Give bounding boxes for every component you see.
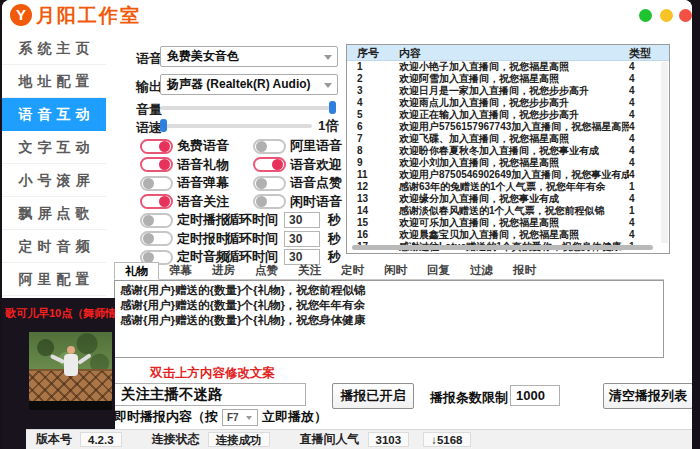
status-bar: 版本号 4.2.3 连接状态 连接成功 直播间人气 3103 ↓5168 bbox=[26, 429, 692, 449]
sidebar-item[interactable]: 小号滚屏 bbox=[2, 164, 106, 197]
tab-item[interactable]: 定时 bbox=[331, 262, 374, 279]
table-row[interactable]: 6 欢迎用户5756157967743加入直播间，祝您福星高照 4 bbox=[347, 121, 669, 133]
app-window: Y 月阳工作室 系统主页 地址配置 语音互动 文字互动 小号滚屏 飘屏点歌 定时… bbox=[2, 0, 692, 449]
popularity-label: 直播间人气 bbox=[300, 431, 360, 448]
table-row[interactable]: 1 欢迎小艳子加入直播间，祝您福星高照 4 bbox=[347, 61, 669, 73]
broadcast-table[interactable]: 序号 内容 类型 1 欢迎小艳子加入直播间，祝您福星高照 4 2 欢迎阿雪加入直… bbox=[346, 44, 670, 254]
title-bar[interactable]: Y 月阳工作室 bbox=[2, 0, 692, 30]
header-no: 序号 bbox=[347, 45, 389, 60]
speed-value: 1倍 bbox=[318, 117, 339, 135]
toggle-switch[interactable] bbox=[140, 231, 173, 246]
table-vertical-scrollbar[interactable] bbox=[661, 62, 668, 243]
table-row[interactable]: 15 欢迎可乐加入直播间，祝您福星高照 4 bbox=[347, 217, 669, 229]
cell-no: 6 bbox=[347, 121, 389, 133]
table-row[interactable]: 2 欢迎阿雪加入直播间，祝您福星高照 4 bbox=[347, 73, 669, 85]
toggle-column-left: 免费语音 语音礼物 语音弹幕 语音关注 bbox=[140, 137, 229, 267]
thumbnail-bottom-bar bbox=[29, 401, 112, 410]
sidebar-item[interactable]: 文字互动 bbox=[2, 131, 106, 164]
sidebar-item[interactable]: 飘屏点歌 bbox=[2, 197, 106, 230]
sidebar-item[interactable]: 地址配置 bbox=[2, 65, 106, 98]
toggle-knob bbox=[256, 178, 267, 189]
table-row[interactable]: 4 欢迎雨点儿加入直播间，祝您步步高升 4 bbox=[347, 97, 669, 109]
table-row[interactable]: 9 欢迎小刘加入直播间，祝您福星高照 4 bbox=[347, 157, 669, 169]
instant-broadcast-input[interactable] bbox=[114, 383, 306, 406]
hotkey-select[interactable]: F7 bbox=[222, 409, 258, 426]
tab-item[interactable]: 报时 bbox=[503, 262, 546, 279]
table-row[interactable]: 3 欢迎日月是一家加入直播间，祝您步步高升 4 bbox=[347, 85, 669, 97]
window-restore-light[interactable] bbox=[660, 9, 673, 22]
tab-item[interactable]: 礼物 bbox=[114, 262, 159, 280]
edit-hint-text: 双击上方内容修改文案 bbox=[150, 365, 275, 382]
voice-select[interactable]: 免费美女音色 bbox=[160, 46, 338, 67]
sidebar-item[interactable]: 定时音频 bbox=[2, 230, 106, 263]
toggle-switch[interactable] bbox=[140, 176, 173, 191]
toggle-switch[interactable] bbox=[253, 157, 286, 172]
video-thumbnail[interactable] bbox=[29, 332, 112, 410]
table-row[interactable]: 7 欢迎飞碟、加入直播间，祝您福星高照 4 bbox=[347, 133, 669, 145]
sidebar-item[interactable]: 阿里配置 bbox=[2, 263, 106, 296]
limit-input[interactable] bbox=[510, 385, 560, 406]
sidebar-item[interactable]: 语音互动 bbox=[2, 98, 106, 131]
video-caption: 歌可儿早10点（舞师情歌小 bbox=[5, 306, 115, 321]
volume-slider-thumb[interactable] bbox=[329, 101, 336, 114]
toggle-row: 闲时语音 bbox=[253, 193, 342, 212]
toggle-switch[interactable] bbox=[253, 176, 286, 191]
toggle-switch[interactable] bbox=[140, 213, 173, 228]
template-textarea[interactable]: 感谢{用户}赠送的{数量}个{礼物}，祝您前程似锦 感谢{用户}赠送的{数量}个… bbox=[114, 280, 664, 358]
cycle-time-unit: 秒 bbox=[328, 211, 341, 229]
toggle-switch[interactable] bbox=[253, 194, 286, 209]
cell-content: 欢迎小刘加入直播间，祝您福星高照 bbox=[389, 157, 629, 169]
cell-content: 欢迎日月是一家加入直播间，祝您步步高升 bbox=[389, 85, 629, 97]
toggle-switch[interactable] bbox=[140, 139, 173, 154]
table-body: 1 欢迎小艳子加入直播间，祝您福星高照 4 2 欢迎阿雪加入直播间，祝您福星高照… bbox=[347, 61, 669, 253]
tab-item[interactable]: 回复 bbox=[417, 262, 460, 279]
table-header: 序号 内容 类型 bbox=[347, 45, 669, 61]
table-row[interactable]: 12 感谢63年的兔赠送的1个人气票，祝您年年有余 1 bbox=[347, 181, 669, 193]
cycle-time-input[interactable]: 30 bbox=[284, 212, 320, 228]
toggle-label: 语音弹幕 bbox=[177, 174, 229, 192]
speed-label: 语速 bbox=[136, 119, 162, 137]
output-select[interactable]: 扬声器 (Realtek(R) Audio) bbox=[160, 74, 338, 95]
table-row[interactable]: 13 欢迎缘分加入直播间，祝您事业有成 4 bbox=[347, 193, 669, 205]
header-content: 内容 bbox=[389, 45, 629, 60]
toggle-row: 语音欢迎 bbox=[253, 156, 342, 175]
toggle-knob bbox=[143, 233, 154, 244]
toggle-knob bbox=[159, 141, 170, 152]
broadcast-toggle-button[interactable]: 播报已开启 bbox=[332, 383, 414, 409]
clear-list-button[interactable]: 清空播报列表 bbox=[603, 383, 692, 409]
table-row[interactable]: 16 欢迎晨鑫宝贝加入直播间，祝您福星高照 4 bbox=[347, 229, 669, 241]
toggle-switch[interactable] bbox=[140, 157, 173, 172]
table-row[interactable]: 11 欢迎用户8750546902649加入直播间，祝您事业有成 4 bbox=[347, 169, 669, 181]
cycle-time-label: 循环时间 bbox=[226, 230, 278, 248]
speed-slider-thumb[interactable] bbox=[160, 119, 167, 132]
window-minimize-light[interactable] bbox=[639, 9, 652, 22]
toggle-row: 语音关注 bbox=[140, 193, 229, 212]
tab-item[interactable]: 点赞 bbox=[245, 262, 288, 279]
cell-no: 14 bbox=[347, 205, 389, 217]
toggle-knob bbox=[143, 178, 154, 189]
toggle-switch[interactable] bbox=[253, 139, 286, 154]
tab-item[interactable]: 关注 bbox=[288, 262, 331, 279]
tab-item[interactable]: 进房 bbox=[202, 262, 245, 279]
tab-item[interactable]: 过滤 bbox=[460, 262, 503, 279]
speed-slider[interactable] bbox=[160, 124, 312, 128]
chevron-down-icon bbox=[246, 416, 252, 420]
table-row[interactable]: 8 欢迎盼你春夏秋冬加入直播间，祝您事业有成 4 bbox=[347, 145, 669, 157]
cycle-time-input[interactable]: 30 bbox=[284, 231, 320, 247]
cell-content: 欢迎飞碟、加入直播间，祝您福星高照 bbox=[389, 133, 629, 145]
tab-item[interactable]: 闲时 bbox=[374, 262, 417, 279]
header-type: 类型 bbox=[629, 45, 669, 60]
toggle-switch[interactable] bbox=[140, 194, 173, 209]
volume-slider[interactable] bbox=[160, 106, 336, 110]
window-close-light[interactable] bbox=[679, 9, 692, 22]
cycle-time-unit: 秒 bbox=[328, 230, 341, 248]
toggle-row: 定时播报 bbox=[140, 211, 229, 230]
table-horizontal-scrollbar[interactable] bbox=[352, 245, 653, 250]
tab-item[interactable]: 弹幕 bbox=[159, 262, 202, 279]
table-row[interactable]: 5 欢迎正在输入加入直播间，祝您步步高升 4 bbox=[347, 109, 669, 121]
table-row[interactable]: 14 感谢淡似春风赠送的1个人气票，祝您前程似锦 1 bbox=[347, 205, 669, 217]
cell-no: 12 bbox=[347, 181, 389, 193]
toggle-knob bbox=[256, 196, 267, 207]
sidebar-item[interactable]: 系统主页 bbox=[2, 32, 106, 65]
desktop-background: Y 月阳工作室 系统主页 地址配置 语音互动 文字互动 小号滚屏 飘屏点歌 定时… bbox=[0, 0, 700, 449]
